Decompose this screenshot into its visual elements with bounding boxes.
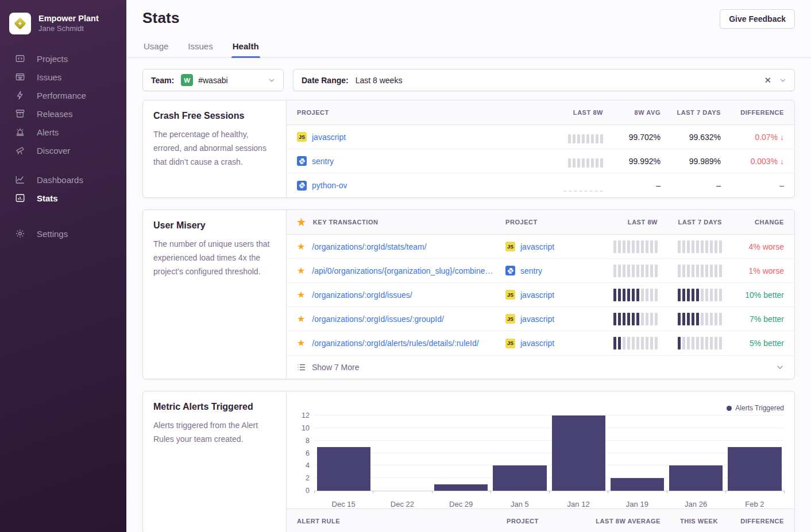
sidebar-item-discover[interactable]: Discover — [0, 141, 126, 160]
x-axis-tick — [314, 491, 315, 494]
javascript-platform-icon: JS — [505, 290, 515, 300]
javascript-platform-icon: JS — [505, 339, 515, 348]
sparkline-bar — [719, 240, 722, 253]
star-icon[interactable]: ★ — [297, 266, 305, 275]
sparkline-chart — [613, 337, 658, 350]
table-row: python-ov––– — [287, 173, 794, 197]
sidebar-item-stats[interactable]: Stats — [0, 189, 126, 207]
star-icon[interactable]: ★ — [297, 314, 305, 324]
give-feedback-button[interactable]: Give Feedback — [720, 9, 795, 29]
chart-bar[interactable] — [552, 415, 605, 491]
transaction-link[interactable]: /organizations/:orgId/alerts/rules/detai… — [312, 339, 478, 348]
sparkline-bar — [577, 134, 580, 143]
column-header: LAST 7 DAYS — [677, 109, 721, 116]
star-icon[interactable]: ★ — [297, 339, 305, 348]
x-axis-label: Jan 26 — [667, 500, 725, 508]
sidebar-item-label: Discover — [37, 146, 70, 156]
x-axis-tick — [784, 491, 785, 494]
sparkline-bar — [719, 265, 722, 277]
column-header: CHANGE — [755, 219, 784, 226]
chart-bar[interactable] — [669, 465, 723, 491]
team-select[interactable]: Team: W #wasabi — [142, 69, 284, 91]
chart-bar[interactable] — [317, 447, 370, 491]
y-axis-tick-label: 0 — [295, 487, 310, 495]
last7-value: – — [716, 181, 721, 190]
x-axis-tick — [667, 491, 667, 494]
sparkline-bar — [650, 313, 653, 325]
clear-date-icon[interactable]: ✕ — [764, 76, 771, 84]
sparkline-bar — [701, 240, 704, 253]
tab-health[interactable]: Health — [231, 41, 260, 57]
sidebar-item-projects[interactable]: Projects — [0, 49, 126, 68]
org-switcher[interactable]: Empower Plant Jane Schmidt — [0, 13, 126, 49]
project-link[interactable]: sentry — [520, 266, 542, 275]
x-axis-label: Jan 19 — [608, 500, 666, 508]
sparkline-bar — [696, 313, 699, 325]
project-link[interactable]: javascript — [520, 242, 554, 251]
project-link[interactable]: javascript — [520, 290, 554, 300]
sparkline-bar — [618, 313, 621, 325]
python-platform-icon — [297, 156, 307, 166]
sidebar-item-performance[interactable]: Performance — [0, 86, 126, 104]
x-axis-tick — [725, 491, 726, 494]
column-header: LAST 8W — [573, 109, 603, 116]
date-range-select[interactable]: Date Range: Last 8 weeks ✕ — [293, 69, 795, 91]
table-row: ★/api/0/organizations/{organization_slug… — [287, 259, 794, 283]
sidebar-item-dashboards[interactable]: Dashboards — [0, 170, 126, 189]
show-more-button[interactable]: Show 7 More — [287, 355, 794, 379]
tab-usage[interactable]: Usage — [142, 41, 169, 57]
column-header: ALERT RULE — [297, 518, 507, 525]
chevron-down-icon — [776, 363, 784, 371]
project-link[interactable]: python-ov — [312, 181, 347, 190]
project-link[interactable]: javascript — [520, 339, 554, 348]
star-icon[interactable]: ★ — [297, 290, 305, 300]
sparkline-bar — [627, 337, 630, 350]
sparkline-dash — [584, 191, 588, 192]
sparkline-bar — [696, 337, 699, 350]
transaction-link[interactable]: /api/0/organizations/{organization_slug}… — [312, 266, 493, 275]
project-link[interactable]: javascript — [520, 314, 554, 324]
panel-title: User Misery — [153, 220, 276, 231]
project-link[interactable]: javascript — [312, 133, 346, 142]
panel-description: The percentage of healthy, errored, and … — [153, 127, 276, 169]
transaction-link[interactable]: /organizations/:orgId/stats/team/ — [312, 242, 426, 251]
javascript-platform-icon: JS — [297, 132, 307, 142]
tab-issues[interactable]: Issues — [187, 41, 214, 57]
change-value: 5% better — [750, 339, 784, 348]
avg-value: 99.702% — [629, 133, 661, 142]
last7-value: 99.989% — [689, 157, 721, 166]
project-link[interactable]: sentry — [312, 157, 334, 166]
star-icon[interactable]: ★ — [297, 242, 305, 251]
sparkline-bar — [646, 240, 648, 253]
chart-bar[interactable] — [728, 447, 781, 491]
transaction-link[interactable]: /organizations/:orgId/issues/ — [312, 290, 412, 300]
team-select-value: #wasabi — [198, 76, 227, 85]
transaction-link[interactable]: /organizations/:orgId/issues/:groupId/ — [312, 314, 444, 324]
table-row: ★/organizations/:orgId/issues/:groupId/J… — [287, 307, 794, 331]
sparkline-chart — [678, 289, 722, 301]
column-header: PROJECT — [297, 109, 517, 116]
sparkline-bar — [618, 337, 621, 350]
sparkline-bar — [618, 289, 621, 301]
sparkline-bar — [600, 134, 603, 143]
x-axis-label: Dec 22 — [373, 500, 431, 508]
chart-bar[interactable] — [434, 484, 488, 491]
panel-title: Metric Alerts Triggered — [153, 402, 276, 412]
sparkline-bar — [636, 265, 639, 277]
sparkline-bar — [618, 240, 621, 253]
sparkline-chart — [678, 313, 722, 325]
org-name: Empower Plant — [38, 13, 99, 24]
sidebar-item-settings[interactable]: Settings — [0, 224, 126, 243]
sidebar-item-alerts[interactable]: Alerts — [0, 123, 126, 141]
chart-bar[interactable] — [611, 478, 664, 491]
chart-bar[interactable] — [493, 465, 546, 491]
column-header: PROJECT — [507, 518, 569, 525]
chevron-down-icon — [268, 77, 275, 84]
sidebar-item-releases[interactable]: Releases — [0, 104, 126, 123]
sparkline-bar — [692, 313, 694, 325]
org-logo — [9, 13, 31, 34]
sparkline-bar — [655, 240, 658, 253]
tab-bar: Usage Issues Health — [126, 41, 811, 58]
sidebar-item-issues[interactable]: Issues — [0, 68, 126, 86]
javascript-platform-icon: JS — [505, 314, 515, 324]
